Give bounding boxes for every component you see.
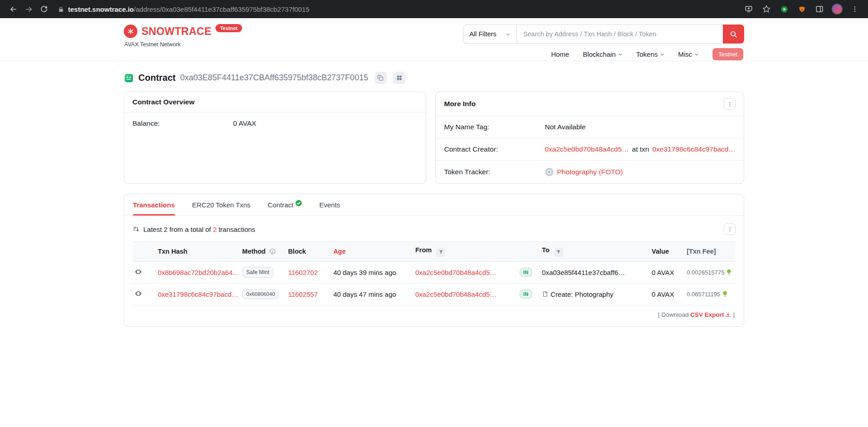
chevron-down-icon: [660, 52, 664, 57]
copy-address-button[interactable]: [375, 72, 387, 84]
fee-text: 0.065711195: [687, 291, 720, 298]
search-button[interactable]: [723, 25, 744, 44]
nav-misc[interactable]: Misc: [678, 50, 699, 58]
chevron-down-icon: [506, 32, 511, 37]
reload-button[interactable]: [36, 1, 52, 17]
tab-contract[interactable]: Contract: [268, 201, 302, 215]
tab-events[interactable]: Events: [319, 201, 340, 215]
contract-creator-address-link[interactable]: 0xa2c5e0bd70b48a4cd5…: [545, 145, 629, 153]
tab-erc20-token-txns[interactable]: ERC20 Token Txns: [192, 201, 251, 215]
col-to: To: [538, 242, 648, 262]
install-app-button[interactable]: [741, 1, 756, 17]
direction-badge: IN: [520, 268, 532, 277]
block-link[interactable]: 11602557: [288, 290, 318, 298]
transactions-total-count: 2: [213, 226, 216, 233]
page-title-row: Contract 0xa03E85F4411e37CBAff635975bf38…: [124, 72, 744, 84]
search-bar: All Filters: [463, 25, 744, 44]
name-tag-value: Not Available: [545, 123, 585, 131]
filter-funnel-icon: [556, 250, 561, 255]
to-filter-button[interactable]: [554, 248, 563, 257]
name-tag-label: My Name Tag:: [444, 123, 545, 131]
from-address-link[interactable]: 0xa2c5e0bd70b48a4cd5…: [415, 290, 497, 298]
forward-button[interactable]: [21, 1, 36, 17]
to-address-text: 0xa03e85f4411e37cbaff6…: [542, 269, 625, 276]
chrome-menu-button[interactable]: [847, 1, 863, 17]
from-address-link[interactable]: 0xa2c5e0bd70b48a4cd5…: [415, 269, 497, 276]
profile-button[interactable]: [829, 1, 845, 17]
grid-icon: [396, 75, 402, 81]
back-button[interactable]: [5, 1, 21, 17]
transactions-card: Transactions ERC20 Token Txns Contract E…: [124, 194, 744, 327]
search-input[interactable]: [517, 25, 723, 44]
chevron-down-icon: [694, 52, 699, 57]
back-arrow-icon: [9, 5, 18, 14]
nav-tokens[interactable]: Tokens: [636, 50, 665, 58]
bookmark-button[interactable]: [759, 1, 774, 17]
page-address: 0xa03E85F4411e37CBAff635975bf38cB2737F00…: [180, 73, 368, 83]
col-age-sort[interactable]: Age: [330, 242, 412, 262]
col-from: From: [412, 242, 516, 262]
reload-icon: [40, 5, 48, 13]
tx-preview-button[interactable]: [134, 268, 142, 277]
kebab-menu-icon: [727, 101, 733, 107]
extension-b-icon: [798, 5, 806, 13]
lock-icon: [58, 6, 64, 12]
more-info-card: More Info My Name Tag: Not Available Con…: [435, 92, 744, 184]
nav-blockchain[interactable]: Blockchain: [583, 50, 623, 58]
snowtrace-contract-page: { "browser": { "url_host": "testnet.snow…: [0, 0, 868, 427]
contract-overview-card: Contract Overview Balance: 0 AVAX: [124, 92, 426, 184]
col-txn-fee: [Txn Fee]: [683, 242, 736, 262]
csv-export-link[interactable]: CSV Export: [690, 311, 731, 318]
info-icon[interactable]: [269, 248, 276, 255]
table-row: 0xe31798c6c84c97bacd… 0x60806040 1160255…: [132, 283, 736, 305]
nav-home[interactable]: Home: [551, 50, 569, 58]
search-filter-label: All Filters: [469, 30, 497, 38]
contract-doc-icon: [542, 291, 548, 297]
token-tracker-label: Token Tracker:: [444, 168, 545, 176]
testnet-network-button[interactable]: Testnet: [712, 48, 743, 60]
txn-hash-link[interactable]: 0xe31798c6c84c97bacd…: [158, 290, 239, 298]
from-filter-button[interactable]: [436, 248, 445, 257]
block-link[interactable]: 11602702: [288, 269, 318, 276]
method-badge: 0x60806040: [242, 289, 279, 299]
tx-preview-button[interactable]: [134, 290, 142, 299]
value-text: 0 AVAX: [652, 290, 674, 298]
apps-grid-button[interactable]: [393, 72, 405, 84]
col-direction: [516, 242, 538, 262]
age-text: 40 days 39 mins ago: [333, 269, 396, 276]
overview-card-title: Contract Overview: [132, 98, 195, 106]
col-eye: [132, 242, 154, 262]
extension-b-button[interactable]: [794, 1, 809, 17]
direction-badge: IN: [520, 290, 532, 299]
brand-block[interactable]: SNOWTRACE Testnet AVAX Testnet Network: [124, 25, 242, 60]
more-info-menu-button[interactable]: [724, 98, 736, 110]
chevron-down-icon: [618, 52, 623, 57]
brand-name: SNOWTRACE: [141, 25, 211, 38]
transactions-menu-button[interactable]: [724, 223, 736, 235]
forward-arrow-icon: [24, 5, 33, 14]
col-block: Block: [284, 242, 330, 262]
csv-export-row: [ Download CSV Export ]: [132, 305, 736, 326]
col-method: Method: [239, 242, 284, 262]
verified-check-icon: [295, 200, 302, 206]
summary-text: Latest 2 from a total of 2 transactions: [143, 226, 255, 233]
token-tracker-link[interactable]: Photography (FOTO): [557, 168, 623, 176]
table-header-row: Txn Hash Method Block Age From: [132, 242, 736, 262]
side-panel-icon: [815, 5, 824, 13]
extension-a-button[interactable]: [776, 1, 792, 17]
txn-hash-link[interactable]: 0x8b698ac72bd20b2a64…: [158, 269, 239, 276]
tab-transactions[interactable]: Transactions: [133, 201, 175, 215]
side-panel-button[interactable]: [812, 1, 827, 17]
profile-avatar: [832, 4, 843, 15]
site-header: SNOWTRACE Testnet AVAX Testnet Network A…: [0, 18, 868, 61]
creation-txn-link[interactable]: 0xe31798c6c84c97bacd…: [652, 145, 736, 153]
col-txn-hash: Txn Hash: [154, 242, 239, 262]
balance-value: 0 AVAX: [233, 119, 256, 128]
search-filter-select[interactable]: All Filters: [463, 25, 517, 44]
transactions-table: Txn Hash Method Block Age From: [132, 241, 736, 305]
url-bar[interactable]: testnet.snowtrace.io/address/0xa03e85f44…: [52, 5, 736, 13]
main-nav: Home Blockchain Tokens Misc Testnet: [551, 48, 744, 60]
gas-bulb-icon: [722, 290, 728, 298]
to-create-contract-link[interactable]: Create: Photography: [551, 290, 613, 298]
main-content: Contract 0xa03E85F4411e37CBAff635975bf38…: [124, 72, 744, 327]
